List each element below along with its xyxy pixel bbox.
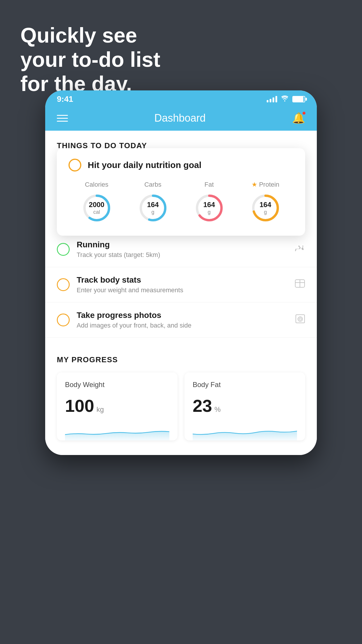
status-icons: [267, 95, 305, 103]
notification-dot: [302, 111, 306, 115]
protein-label: ★ Protein: [252, 181, 280, 188]
fat-value: 164: [203, 201, 215, 209]
progress-header: MY PROGRESS: [57, 355, 305, 364]
calories-value: 2000: [89, 201, 104, 209]
nutrition-protein: ★ Protein 164 g: [249, 181, 282, 224]
status-bar: 9:41: [45, 90, 317, 107]
photos-check-circle[interactable]: [57, 314, 70, 326]
nav-bar: Dashboard 🔔: [45, 107, 317, 131]
nav-title: Dashboard: [154, 112, 205, 124]
calories-donut: 2000 cal: [81, 192, 113, 224]
body-stats-icon: [295, 279, 305, 290]
progress-grid: Body Weight 100 kg: [57, 372, 305, 440]
todo-item-photos[interactable]: Take progress photos Add images of your …: [45, 302, 317, 338]
phone-mockup: 9:41 Dashboard 🔔 THINGS TO: [45, 90, 317, 455]
todo-item-running[interactable]: Running Track your stats (target: 5km): [45, 232, 317, 267]
menu-button[interactable]: [57, 115, 68, 122]
photos-text: Take progress photos Add images of your …: [77, 311, 288, 329]
body-fat-title: Body Fat: [193, 381, 297, 389]
progress-section: MY PROGRESS Body Weight 100 kg: [45, 355, 317, 455]
body-stats-title: Track body stats: [77, 275, 288, 285]
svg-point-13: [299, 318, 301, 320]
carbs-unit: g: [147, 209, 159, 216]
fat-unit: g: [203, 209, 215, 216]
nutrition-card: Hit your daily nutrition goal Calories 2…: [57, 148, 305, 236]
photos-icon: [295, 314, 305, 326]
carbs-label: Carbs: [144, 181, 161, 188]
body-fat-value: 23: [193, 396, 212, 416]
body-fat-chart: [193, 423, 297, 440]
nutrition-calories: Calories 2000 cal: [81, 181, 113, 224]
headline-line2: your to-do list: [20, 48, 160, 71]
body-weight-value: 100: [65, 396, 94, 416]
content-area: THINGS TO DO TODAY Hit your daily nutrit…: [45, 131, 317, 455]
carbs-donut: 164 g: [137, 192, 169, 224]
battery-icon: [292, 96, 305, 102]
protein-unit: g: [259, 209, 271, 216]
protein-value: 164: [259, 201, 271, 209]
calories-unit: cal: [89, 209, 104, 216]
body-stats-subtitle: Enter your weight and measurements: [77, 286, 288, 294]
photos-title: Take progress photos: [77, 311, 288, 320]
todo-item-body-stats[interactable]: Track body stats Enter your weight and m…: [45, 267, 317, 302]
body-fat-unit: %: [215, 405, 221, 414]
wifi-icon: [281, 95, 289, 103]
running-icon: [294, 244, 305, 255]
protein-star-icon: ★: [252, 181, 257, 188]
calories-label: Calories: [85, 181, 108, 188]
status-time: 9:41: [57, 94, 73, 104]
headline-line1: Quickly see: [20, 24, 137, 47]
running-title: Running: [77, 240, 287, 249]
body-fat-card: Body Fat 23 %: [184, 372, 305, 440]
body-weight-title: Body Weight: [65, 381, 169, 389]
svg-point-12: [298, 317, 303, 321]
body-fat-value-row: 23 %: [193, 396, 297, 416]
signal-bars-icon: [267, 96, 277, 102]
nutrition-grid: Calories 2000 cal Carbs: [68, 181, 294, 224]
fat-label: Fat: [205, 181, 214, 188]
protein-donut: 164 g: [249, 192, 282, 224]
body-weight-value-row: 100 kg: [65, 396, 169, 416]
running-check-circle[interactable]: [57, 243, 70, 256]
body-weight-unit: kg: [96, 405, 104, 414]
card-title-row: Hit your daily nutrition goal: [68, 159, 294, 172]
nutrition-card-title: Hit your daily nutrition goal: [88, 160, 201, 170]
body-stats-text: Track body stats Enter your weight and m…: [77, 275, 288, 294]
photos-subtitle: Add images of your front, back, and side: [77, 322, 288, 329]
background-headline: Quickly see your to-do list for the day.: [20, 23, 160, 96]
fat-donut: 164 g: [193, 192, 225, 224]
nutrition-carbs: Carbs 164 g: [137, 181, 169, 224]
nutrition-fat: Fat 164 g: [193, 181, 225, 224]
carbs-value: 164: [147, 201, 159, 209]
running-subtitle: Track your stats (target: 5km): [77, 251, 287, 259]
notification-bell-icon[interactable]: 🔔: [292, 112, 305, 124]
nutrition-check-circle[interactable]: [68, 159, 81, 172]
body-weight-chart: [65, 423, 169, 440]
body-stats-check-circle[interactable]: [57, 278, 70, 291]
body-weight-card: Body Weight 100 kg: [57, 372, 178, 440]
running-text: Running Track your stats (target: 5km): [77, 240, 287, 259]
todo-list: Running Track your stats (target: 5km) T…: [45, 232, 317, 338]
